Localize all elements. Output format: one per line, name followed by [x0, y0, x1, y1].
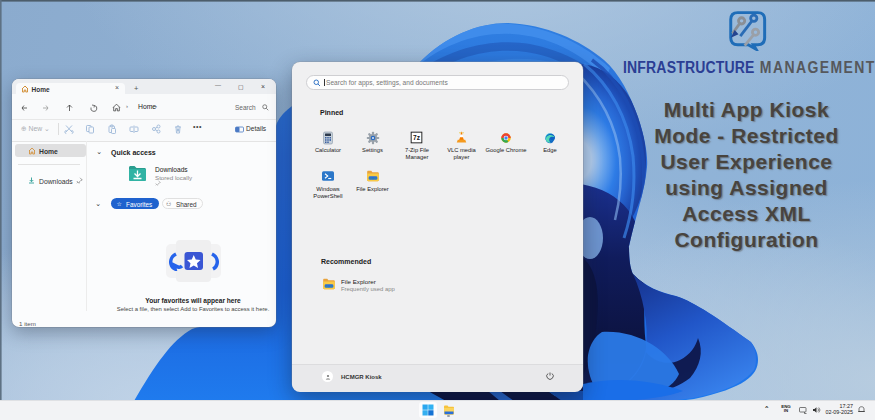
svg-text:7z: 7z — [413, 134, 421, 141]
